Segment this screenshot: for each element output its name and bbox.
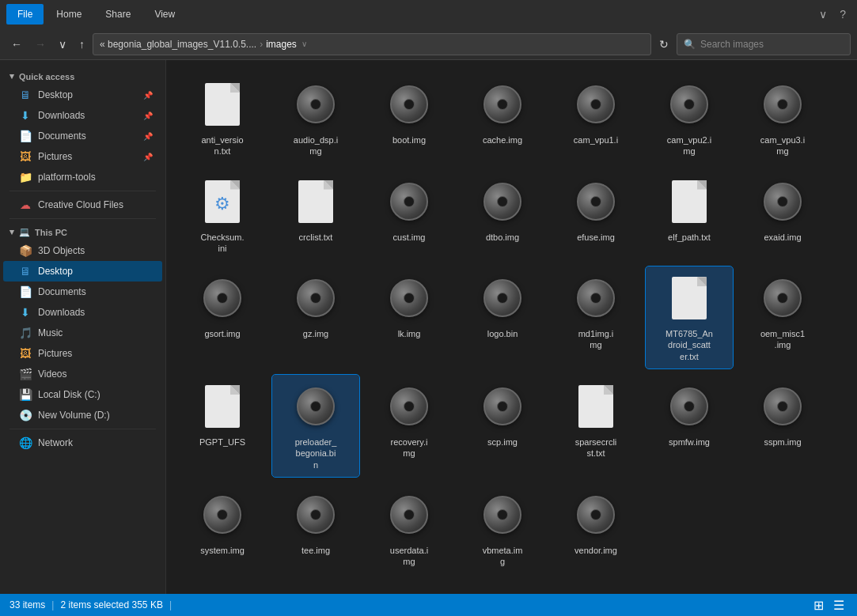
sidebar-item-new-volume[interactable]: 💿 New Volume (D:) [3,405,162,425]
file-name-audio-dsp: audio_dsp.img [294,134,338,157]
file-item-cam-vpu1[interactable]: cam_vpu1.i [552,73,639,164]
menu-tab-share[interactable]: Share [94,4,142,25]
sidebar-header-this-pc[interactable]: ▾ 💻 This PC [0,222,165,240]
sidebar-item-label: Documents [38,130,86,142]
3d-objects-icon: 📦 [19,244,32,257]
file-item-boot-img[interactable]: boot.img [366,73,453,164]
file-item-sparsecrclist[interactable]: sparsecrclist.txt [552,375,639,477]
file-item-oem-misc1[interactable]: oem_misc1.img [739,266,826,368]
sidebar-item-network[interactable]: 🌐 Network [3,433,162,453]
file-name-sparsecrclist: sparsecrclist.txt [575,436,617,459]
sidebar-item-local-disk[interactable]: 💾 Local Disk (C:) [3,384,162,405]
file-item-vbmeta-img[interactable]: vbmeta.img [459,483,546,574]
sidebar-item-creative-cloud[interactable]: ☁ Creative Cloud Files [3,195,162,215]
sidebar-item-videos[interactable]: 🎬 Videos [3,364,162,384]
file-icon-cam-vpu1 [574,79,618,130]
file-item-audio-dsp[interactable]: audio_dsp.img [272,73,359,164]
file-item-gsort-img[interactable]: gsort.img [179,266,266,368]
sidebar-item-label: New Volume (D:) [38,410,110,421]
menu-bar-right: ∨ ? [814,6,851,22]
file-item-cam-vpu3[interactable]: cam_vpu3.img [739,73,826,164]
sidebar-item-pictures-quick[interactable]: 🖼 Pictures 📌 [3,146,162,167]
file-name-cust-img: cust.img [393,232,426,243]
sidebar-item-label: Local Disk (C:) [38,389,100,400]
file-item-checksum[interactable]: ⚙ Checksum.ini [179,170,266,261]
file-item-tee-img[interactable]: tee.img [272,483,359,574]
file-item-preloader[interactable]: preloader_begonia.bin [272,375,359,477]
file-item-crclist[interactable]: crclist.txt [272,170,359,261]
sidebar-item-downloads-pc[interactable]: ⬇ Downloads [3,302,162,323]
file-item-dtbo-img[interactable]: dtbo.img [459,170,546,261]
back-button[interactable]: ← [6,35,27,54]
sidebar-item-pictures-pc[interactable]: 🖼 Pictures [3,343,162,364]
file-item-logo-bin[interactable]: logo.bin [459,266,546,368]
file-item-userdata-img[interactable]: userdata.img [366,483,453,574]
file-item-mt6785-scatter[interactable]: MT6785_Android_scatter.txt [646,266,733,368]
path-chevron: ∨ [301,40,307,48]
file-item-pgpt-ufs[interactable]: PGPT_UFS [179,375,266,477]
file-item-sspm-img[interactable]: sspm.img [739,375,826,477]
file-item-cust-img[interactable]: cust.img [366,170,453,261]
file-item-spmfw-img[interactable]: spmfw.img [646,375,733,477]
documents-pc-icon: 📄 [19,285,32,298]
sidebar-item-label: Desktop [38,266,73,277]
view-icons-button[interactable]: ⊞ [810,596,827,614]
file-item-elf-path[interactable]: elf_path.txt [646,170,733,261]
file-name-sspm-img: sspm.img [764,436,801,448]
file-item-system-img[interactable]: system.img [179,483,266,574]
status-bar-right: ⊞ ☰ [810,596,848,614]
file-item-lk-img[interactable]: lk.img [366,266,453,368]
sidebar-item-desktop-quick[interactable]: 🖥 Desktop 📌 [3,85,162,105]
search-box[interactable]: 🔍 Search images [677,33,851,55]
search-icon: 🔍 [684,39,696,50]
pictures-pc-icon: 🖼 [19,347,32,360]
file-icon-crclist [294,176,338,227]
file-name-oem-misc1: oem_misc1.img [760,328,805,351]
sidebar-item-documents-pc[interactable]: 📄 Documents [3,282,162,302]
file-icon-anti-version [200,79,245,130]
menu-tab-file[interactable]: File [6,4,44,25]
path-current: images [266,39,297,50]
file-item-efuse-img[interactable]: efuse.img [552,170,639,261]
item-count: 33 items [9,599,45,610]
sidebar-item-documents-quick[interactable]: 📄 Documents 📌 [3,126,162,146]
sidebar-item-platform-tools[interactable]: 📁 platform-tools [3,167,162,187]
file-icon-exaid-img [760,176,805,227]
sidebar-item-desktop-pc[interactable]: 🖥 Desktop [3,261,162,282]
up-button[interactable]: ↑ [74,35,89,54]
file-item-cache-img[interactable]: cache.img [459,73,546,164]
file-item-cam-vpu2[interactable]: cam_vpu2.img [646,73,733,164]
file-icon-logo-bin [480,273,525,323]
file-name-tee-img: tee.img [301,545,330,556]
sidebar-header-quick-access[interactable]: ▾ Quick access [0,66,165,85]
file-icon-preloader [294,381,338,432]
file-item-vendor-img[interactable]: vendor.img [552,483,639,574]
file-item-anti-version[interactable]: anti_version.txt [179,73,266,164]
view-list-button[interactable]: ☰ [830,596,848,614]
desktop-icon: 🖥 [19,89,32,101]
search-placeholder: Search images [700,39,764,50]
file-item-exaid-img[interactable]: exaid.img [739,170,826,261]
file-icon-cache-img [480,79,525,130]
file-name-cache-img: cache.img [483,134,522,145]
file-item-md1img[interactable]: md1img.img [552,266,639,368]
file-name-gsort-img: gsort.img [204,328,240,339]
expand-icon[interactable]: ∨ [814,6,832,22]
forward-button[interactable]: → [30,35,51,54]
menu-tab-view[interactable]: View [143,4,186,25]
pin-icon: 📌 [143,153,153,161]
menu-tab-home[interactable]: Home [45,4,93,25]
sidebar-item-label: Documents [38,286,86,297]
sidebar-item-downloads-quick[interactable]: ⬇ Downloads 📌 [3,105,162,126]
sidebar-item-music[interactable]: 🎵 Music [3,323,162,343]
file-name-userdata-img: userdata.img [390,545,428,568]
file-item-gz-img[interactable]: gz.img [272,266,359,368]
file-item-recovery-img[interactable]: recovery.img [366,375,453,477]
refresh-button[interactable]: ↻ [654,35,673,54]
file-icon-vbmeta-img [480,489,525,540]
help-icon[interactable]: ? [835,6,851,22]
path-bar[interactable]: « begonia_global_images_V11.0.5.... › im… [93,33,651,55]
sidebar-item-3d-objects[interactable]: 📦 3D Objects [3,240,162,261]
recent-button[interactable]: ∨ [54,35,71,54]
file-item-scp-img[interactable]: scp.img [459,375,546,477]
